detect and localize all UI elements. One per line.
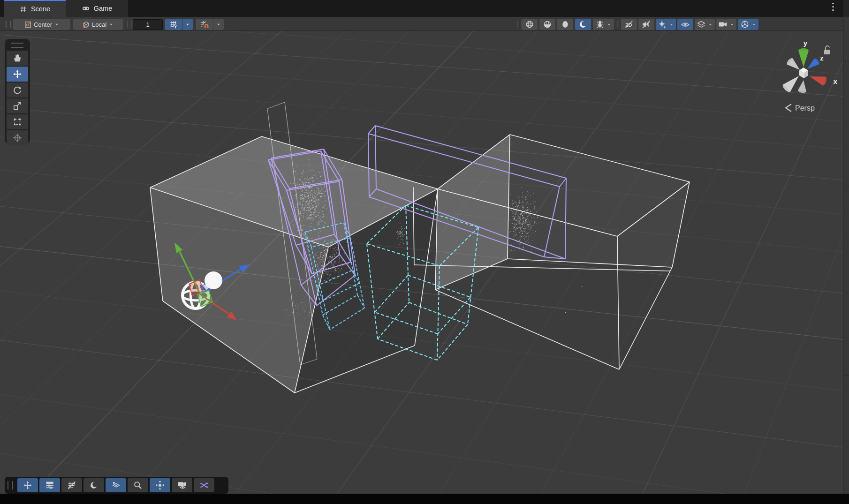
move-icon — [23, 481, 32, 490]
rotate-tool-button[interactable] — [7, 83, 28, 98]
caret-down-icon — [751, 22, 757, 27]
layers-button[interactable] — [695, 19, 715, 30]
palette-drag-handle[interactable] — [11, 43, 23, 48]
space-label: Local — [92, 21, 106, 28]
caret-down-icon — [606, 22, 612, 27]
scene-visibility-toggle[interactable] — [677, 19, 693, 30]
camera-cine-icon — [718, 20, 728, 29]
tool-settings-space-button[interactable]: Local — [73, 19, 123, 30]
persp-label: Persp — [795, 104, 815, 112]
sphere-crescent-icon — [578, 20, 588, 29]
camera-preview-button[interactable] — [172, 478, 192, 492]
2d-slashed-icon: 2D — [624, 20, 634, 29]
bottom-overlay-toolbar — [5, 477, 228, 494]
properties-overlay-button[interactable] — [39, 478, 60, 492]
toolbar-separator — [127, 21, 132, 28]
eye-icon — [681, 20, 690, 29]
camera-eye-icon — [177, 481, 187, 490]
sphere-solid-icon — [561, 20, 570, 29]
caret-down-icon — [669, 22, 674, 27]
move-overlay-button[interactable] — [17, 478, 38, 492]
tab-game[interactable]: Game — [66, 0, 128, 17]
crescent-icon — [89, 481, 99, 490]
layers-icon — [697, 20, 706, 29]
caret-down-icon — [185, 22, 190, 27]
toolbar-drag-handle[interactable] — [6, 21, 11, 28]
snap-increment-field[interactable]: 1 — [133, 19, 163, 30]
orientation-gizmo[interactable]: yzxPersp — [781, 39, 838, 112]
gizmo-y-cone — [798, 51, 809, 67]
grid-axis-caret-button[interactable] — [182, 19, 193, 30]
magnet-grid-icon — [200, 20, 209, 29]
grid-snap-button[interactable] — [196, 19, 213, 30]
axis-label-x[interactable]: x — [834, 77, 838, 85]
side-panel-edge — [843, 0, 849, 494]
transform-icon — [13, 133, 22, 143]
shading-wireframe-button[interactable] — [522, 19, 538, 30]
gamepad-icon — [82, 4, 90, 13]
move-tool-button[interactable] — [7, 67, 28, 82]
axis-label-y[interactable]: y — [804, 39, 808, 47]
axis-label-z[interactable]: z — [820, 54, 824, 62]
lock-icon[interactable] — [824, 46, 830, 54]
shading-shaded-button[interactable] — [557, 19, 573, 30]
bottom-toolbar-drag-handle[interactable] — [8, 481, 13, 489]
grid-snap-caret-button[interactable] — [213, 19, 224, 30]
effects-toggle[interactable] — [656, 19, 676, 30]
grid-axis-button[interactable] — [165, 19, 182, 30]
debug-draw-mode-button[interactable] — [593, 19, 614, 30]
local-cube-icon — [82, 21, 90, 29]
caret-down-icon — [54, 22, 60, 27]
caret-down-icon — [729, 22, 735, 27]
hand-icon — [13, 53, 22, 63]
grid-y-icon — [169, 20, 178, 29]
diamond-dot-icon — [111, 481, 121, 490]
tab-game-label: Game — [94, 5, 113, 12]
sliders-icon — [45, 481, 54, 490]
grid-slashed-icon — [67, 481, 76, 490]
caret-down-icon — [216, 22, 221, 27]
frame-center-icon — [155, 481, 165, 490]
tab-bar: Scene Game — [0, 0, 849, 17]
status-bar — [0, 494, 849, 504]
move-icon — [13, 69, 22, 79]
more-options-icon[interactable] — [829, 3, 837, 11]
sparkle-icon — [658, 20, 667, 29]
tool-settings-pivot-button[interactable]: Center — [13, 19, 70, 30]
bug-icon — [595, 20, 605, 29]
snap-overlay-button[interactable] — [106, 478, 126, 492]
projection-label[interactable]: Persp — [786, 104, 815, 112]
lighting-toggle-button[interactable] — [83, 478, 104, 492]
pivot-icon — [24, 21, 32, 29]
rotate-icon — [13, 85, 22, 95]
gizmo-sphere-icon — [740, 20, 750, 29]
tool-palette-overlay — [5, 39, 30, 144]
scale-tool-button[interactable] — [7, 98, 28, 113]
scene-viewport[interactable]: yzxPersp — [0, 31, 843, 494]
gizmos-toggle[interactable] — [738, 19, 758, 30]
caret-down-icon — [108, 22, 114, 27]
sphere-half-icon — [543, 20, 552, 29]
grid-visibility-button[interactable] — [61, 478, 82, 492]
pivot-label: Center — [34, 21, 52, 28]
caret-down-icon — [708, 22, 713, 27]
frame-selected-button[interactable] — [150, 478, 170, 492]
search-overlay-button[interactable] — [128, 478, 148, 492]
unity-editor-window: Scene Game Center Local 1 — [0, 0, 849, 504]
transform-tool-button[interactable] — [7, 130, 28, 145]
scene-toolbar: Center Local 1 2D — [0, 17, 849, 31]
view-tool-button[interactable] — [7, 51, 28, 66]
camera-overlay-button[interactable] — [716, 19, 736, 30]
rect-tool-button[interactable] — [7, 114, 28, 129]
shuffle-overlay-button[interactable] — [194, 478, 214, 492]
audio-toggle[interactable] — [638, 19, 654, 30]
sphere-wire-icon — [525, 20, 534, 29]
audio-muted-icon — [642, 20, 651, 29]
tab-scene-label: Scene — [31, 5, 50, 13]
2d-view-toggle[interactable]: 2D — [621, 19, 637, 30]
tab-scene[interactable]: Scene — [4, 0, 66, 17]
rect-icon — [13, 117, 22, 127]
shading-shaded-wireframe-button[interactable] — [539, 19, 555, 30]
shading-rendered-button[interactable] — [575, 19, 591, 30]
magnifier-icon — [133, 481, 143, 490]
